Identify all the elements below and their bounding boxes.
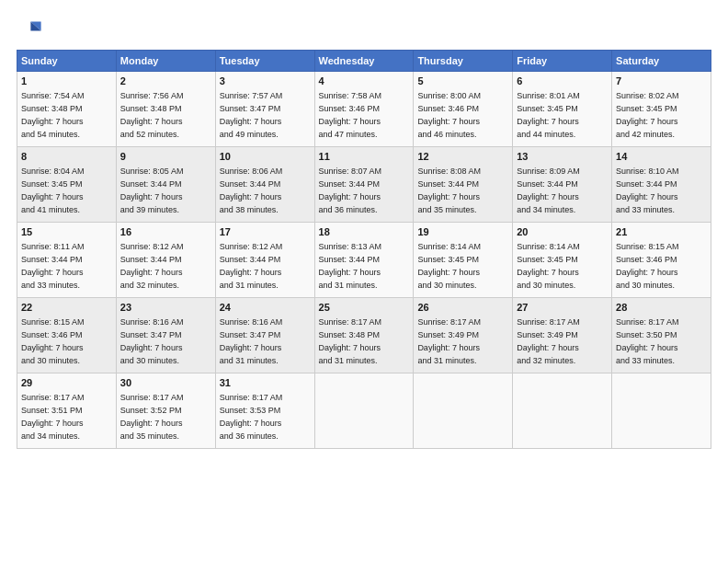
day-number: 9 bbox=[120, 150, 211, 165]
day-number: 22 bbox=[21, 301, 112, 316]
table-row: 14Sunrise: 8:10 AM Sunset: 3:44 PM Dayli… bbox=[612, 147, 711, 223]
day-info: Sunrise: 8:10 AM Sunset: 3:44 PM Dayligh… bbox=[616, 167, 679, 214]
table-row: 15Sunrise: 8:11 AM Sunset: 3:44 PM Dayli… bbox=[17, 223, 117, 298]
day-info: Sunrise: 8:07 AM Sunset: 3:44 PM Dayligh… bbox=[319, 167, 382, 214]
day-number: 20 bbox=[517, 225, 608, 240]
table-row: 29Sunrise: 8:17 AM Sunset: 3:51 PM Dayli… bbox=[17, 373, 117, 449]
day-number: 28 bbox=[616, 301, 707, 316]
day-number: 12 bbox=[417, 150, 508, 165]
calendar-table: SundayMondayTuesdayWednesdayThursdayFrid… bbox=[17, 50, 711, 449]
day-info: Sunrise: 8:02 AM Sunset: 3:45 PM Dayligh… bbox=[616, 91, 679, 139]
calendar-body: 1Sunrise: 7:54 AM Sunset: 3:48 PM Daylig… bbox=[17, 72, 711, 449]
calendar-week-3: 15Sunrise: 8:11 AM Sunset: 3:44 PM Dayli… bbox=[17, 223, 711, 298]
table-row: 28Sunrise: 8:17 AM Sunset: 3:50 PM Dayli… bbox=[612, 298, 711, 373]
day-info: Sunrise: 8:01 AM Sunset: 3:45 PM Dayligh… bbox=[517, 91, 580, 139]
table-row bbox=[612, 373, 711, 449]
day-info: Sunrise: 8:12 AM Sunset: 3:44 PM Dayligh… bbox=[220, 242, 283, 290]
table-row bbox=[513, 373, 612, 449]
table-row: 2Sunrise: 7:56 AM Sunset: 3:48 PM Daylig… bbox=[116, 72, 215, 147]
day-info: Sunrise: 8:15 AM Sunset: 3:46 PM Dayligh… bbox=[21, 317, 85, 365]
day-info: Sunrise: 8:13 AM Sunset: 3:44 PM Dayligh… bbox=[319, 242, 382, 290]
day-info: Sunrise: 8:12 AM Sunset: 3:44 PM Dayligh… bbox=[120, 242, 184, 290]
table-row: 17Sunrise: 8:12 AM Sunset: 3:44 PM Dayli… bbox=[215, 223, 314, 298]
table-row: 12Sunrise: 8:08 AM Sunset: 3:44 PM Dayli… bbox=[414, 147, 513, 223]
logo bbox=[17, 17, 46, 42]
day-info: Sunrise: 8:17 AM Sunset: 3:51 PM Dayligh… bbox=[21, 393, 85, 441]
table-row: 4Sunrise: 7:58 AM Sunset: 3:46 PM Daylig… bbox=[314, 72, 414, 147]
day-number: 8 bbox=[21, 150, 112, 165]
day-number: 17 bbox=[220, 225, 311, 240]
day-info: Sunrise: 7:57 AM Sunset: 3:47 PM Dayligh… bbox=[220, 91, 283, 139]
table-row: 30Sunrise: 8:17 AM Sunset: 3:52 PM Dayli… bbox=[116, 373, 215, 449]
day-number: 3 bbox=[220, 75, 311, 89]
logo-icon bbox=[17, 17, 42, 42]
day-info: Sunrise: 8:16 AM Sunset: 3:47 PM Dayligh… bbox=[120, 317, 184, 365]
day-info: Sunrise: 7:56 AM Sunset: 3:48 PM Dayligh… bbox=[120, 91, 184, 139]
day-number: 31 bbox=[220, 376, 311, 391]
col-header-monday: Monday bbox=[116, 51, 215, 72]
day-number: 30 bbox=[120, 376, 211, 391]
day-info: Sunrise: 8:14 AM Sunset: 3:45 PM Dayligh… bbox=[417, 242, 481, 290]
day-number: 15 bbox=[21, 225, 112, 240]
day-info: Sunrise: 8:17 AM Sunset: 3:53 PM Dayligh… bbox=[220, 393, 283, 441]
day-info: Sunrise: 8:06 AM Sunset: 3:44 PM Dayligh… bbox=[220, 167, 283, 214]
day-number: 29 bbox=[21, 376, 112, 391]
day-number: 2 bbox=[120, 75, 211, 89]
calendar-week-5: 29Sunrise: 8:17 AM Sunset: 3:51 PM Dayli… bbox=[17, 373, 711, 449]
col-header-saturday: Saturday bbox=[612, 51, 711, 72]
table-row: 26Sunrise: 8:17 AM Sunset: 3:49 PM Dayli… bbox=[414, 298, 513, 373]
day-number: 1 bbox=[21, 75, 112, 89]
day-info: Sunrise: 8:05 AM Sunset: 3:44 PM Dayligh… bbox=[120, 167, 184, 214]
table-row: 16Sunrise: 8:12 AM Sunset: 3:44 PM Dayli… bbox=[116, 223, 215, 298]
table-row: 21Sunrise: 8:15 AM Sunset: 3:46 PM Dayli… bbox=[612, 223, 711, 298]
day-number: 10 bbox=[220, 150, 311, 165]
calendar-header: SundayMondayTuesdayWednesdayThursdayFrid… bbox=[17, 51, 711, 72]
table-row: 27Sunrise: 8:17 AM Sunset: 3:49 PM Dayli… bbox=[513, 298, 612, 373]
col-header-tuesday: Tuesday bbox=[215, 51, 314, 72]
day-info: Sunrise: 7:54 AM Sunset: 3:48 PM Dayligh… bbox=[21, 91, 85, 139]
table-row: 19Sunrise: 8:14 AM Sunset: 3:45 PM Dayli… bbox=[414, 223, 513, 298]
day-info: Sunrise: 8:00 AM Sunset: 3:46 PM Dayligh… bbox=[417, 91, 481, 139]
table-row: 25Sunrise: 8:17 AM Sunset: 3:48 PM Dayli… bbox=[314, 298, 414, 373]
table-row: 10Sunrise: 8:06 AM Sunset: 3:44 PM Dayli… bbox=[215, 147, 314, 223]
calendar-week-1: 1Sunrise: 7:54 AM Sunset: 3:48 PM Daylig… bbox=[17, 72, 711, 147]
table-row bbox=[414, 373, 513, 449]
table-row: 13Sunrise: 8:09 AM Sunset: 3:44 PM Dayli… bbox=[513, 147, 612, 223]
day-number: 14 bbox=[616, 150, 707, 165]
day-number: 13 bbox=[517, 150, 608, 165]
col-header-thursday: Thursday bbox=[414, 51, 513, 72]
calendar-week-4: 22Sunrise: 8:15 AM Sunset: 3:46 PM Dayli… bbox=[17, 298, 711, 373]
table-row: 11Sunrise: 8:07 AM Sunset: 3:44 PM Dayli… bbox=[314, 147, 414, 223]
col-header-wednesday: Wednesday bbox=[314, 51, 414, 72]
day-number: 24 bbox=[220, 301, 311, 316]
day-number: 4 bbox=[319, 75, 410, 89]
table-row: 22Sunrise: 8:15 AM Sunset: 3:46 PM Dayli… bbox=[17, 298, 117, 373]
day-number: 25 bbox=[319, 301, 410, 316]
table-row bbox=[314, 373, 414, 449]
table-row: 18Sunrise: 8:13 AM Sunset: 3:44 PM Dayli… bbox=[314, 223, 414, 298]
table-row: 3Sunrise: 7:57 AM Sunset: 3:47 PM Daylig… bbox=[215, 72, 314, 147]
day-info: Sunrise: 8:17 AM Sunset: 3:52 PM Dayligh… bbox=[120, 393, 184, 441]
table-row: 7Sunrise: 8:02 AM Sunset: 3:45 PM Daylig… bbox=[612, 72, 711, 147]
day-info: Sunrise: 8:17 AM Sunset: 3:49 PM Dayligh… bbox=[517, 317, 580, 365]
col-header-sunday: Sunday bbox=[17, 51, 117, 72]
table-row: 31Sunrise: 8:17 AM Sunset: 3:53 PM Dayli… bbox=[215, 373, 314, 449]
day-number: 23 bbox=[120, 301, 211, 316]
day-info: Sunrise: 8:17 AM Sunset: 3:49 PM Dayligh… bbox=[417, 317, 481, 365]
day-info: Sunrise: 8:09 AM Sunset: 3:44 PM Dayligh… bbox=[517, 167, 580, 214]
day-info: Sunrise: 8:16 AM Sunset: 3:47 PM Dayligh… bbox=[220, 317, 283, 365]
table-row: 9Sunrise: 8:05 AM Sunset: 3:44 PM Daylig… bbox=[116, 147, 215, 223]
table-row: 5Sunrise: 8:00 AM Sunset: 3:46 PM Daylig… bbox=[414, 72, 513, 147]
day-info: Sunrise: 7:58 AM Sunset: 3:46 PM Dayligh… bbox=[319, 91, 382, 139]
table-row: 24Sunrise: 8:16 AM Sunset: 3:47 PM Dayli… bbox=[215, 298, 314, 373]
day-number: 5 bbox=[417, 75, 508, 89]
day-number: 7 bbox=[616, 75, 707, 89]
day-number: 11 bbox=[319, 150, 410, 165]
table-row: 23Sunrise: 8:16 AM Sunset: 3:47 PM Dayli… bbox=[116, 298, 215, 373]
day-info: Sunrise: 8:15 AM Sunset: 3:46 PM Dayligh… bbox=[616, 242, 679, 290]
calendar-week-2: 8Sunrise: 8:04 AM Sunset: 3:45 PM Daylig… bbox=[17, 147, 711, 223]
table-row: 1Sunrise: 7:54 AM Sunset: 3:48 PM Daylig… bbox=[17, 72, 117, 147]
day-number: 16 bbox=[120, 225, 211, 240]
day-number: 21 bbox=[616, 225, 707, 240]
col-header-friday: Friday bbox=[513, 51, 612, 72]
